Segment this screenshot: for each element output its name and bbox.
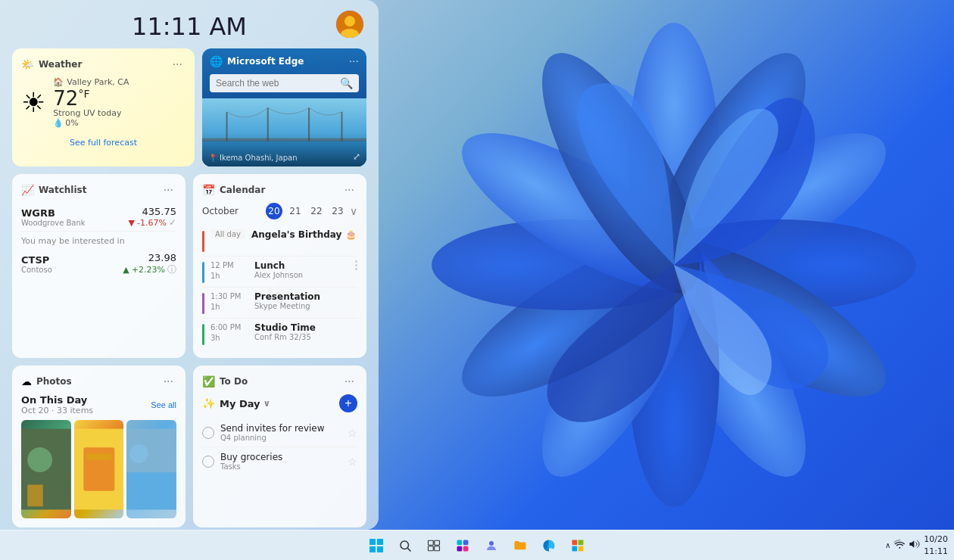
cal-event-title-presentation: Presentation bbox=[254, 291, 357, 302]
svg-rect-45 bbox=[463, 546, 469, 551]
edge-expand-button[interactable]: ⤢ bbox=[353, 151, 360, 162]
system-tray[interactable]: ∧ bbox=[885, 541, 890, 549]
user-avatar[interactable] bbox=[336, 11, 363, 38]
panel-time: 11:11 AM bbox=[132, 12, 247, 41]
weather-temp: 72°F bbox=[53, 89, 89, 108]
edge-title: Microsoft Edge bbox=[227, 56, 304, 67]
calendar-header: 📅 Calendar ··· bbox=[202, 183, 357, 197]
wifi-icon[interactable] bbox=[893, 538, 906, 552]
windows-start-button[interactable] bbox=[364, 534, 388, 558]
cal-day-num-20: 20 bbox=[266, 203, 282, 219]
cal-event-title-studio: Studio Time bbox=[254, 322, 357, 333]
stock-change-wgrb: ▼-1.67% ✓ bbox=[129, 217, 176, 228]
todo-title: To Do bbox=[220, 376, 248, 387]
edge-more-button[interactable]: ··· bbox=[349, 54, 359, 68]
svg-rect-34 bbox=[369, 546, 376, 552]
cal-event-allday[interactable]: All day Angela's Birthday 🎂 bbox=[202, 226, 357, 257]
edge-search-submit[interactable]: 🔍 bbox=[340, 77, 353, 89]
stock-item-wgrb[interactable]: WGRB Woodgrove Bank 435.75 ▼-1.67% ✓ bbox=[21, 203, 176, 232]
weather-more-button[interactable]: ··· bbox=[170, 58, 186, 71]
cal-day-20[interactable]: 20 bbox=[265, 203, 283, 219]
cal-day-21[interactable]: 21 bbox=[286, 203, 304, 219]
weather-sun-icon: ☀️ bbox=[21, 89, 45, 117]
widgets-row-2: 📈 Watchlist ··· WGRB Woodgrove Bank 435.… bbox=[12, 174, 366, 358]
chevron-up-icon[interactable]: ∧ bbox=[885, 541, 890, 549]
photos-header: ☁️ Photos ··· bbox=[21, 375, 176, 388]
taskbar-search-button[interactable] bbox=[393, 534, 417, 558]
todo-checkbox-2[interactable] bbox=[202, 456, 214, 468]
svg-rect-33 bbox=[377, 539, 383, 545]
weather-humidity: 💧 0% bbox=[53, 118, 186, 128]
svg-rect-30 bbox=[126, 472, 176, 509]
todo-item-2-text: Buy groceries Tasks bbox=[220, 452, 282, 471]
todo-star-2[interactable]: ☆ bbox=[348, 456, 357, 468]
photos-day-info: On This Day Oct 20 · 33 items bbox=[21, 394, 93, 415]
todo-checkbox-1[interactable] bbox=[202, 427, 214, 439]
taskbar-store-button[interactable] bbox=[566, 534, 590, 558]
watchlist-more-button[interactable]: ··· bbox=[161, 183, 176, 197]
watchlist-title: Watchlist bbox=[39, 185, 86, 195]
avatar-image bbox=[336, 11, 363, 38]
taskbar-teams-button[interactable] bbox=[479, 534, 504, 558]
taskbar-task-view-button[interactable] bbox=[422, 534, 446, 558]
svg-rect-39 bbox=[435, 540, 440, 545]
svg-point-51 bbox=[899, 547, 901, 549]
calendar-more-button[interactable]: ··· bbox=[341, 183, 357, 197]
photos-more-button[interactable]: ··· bbox=[161, 375, 176, 388]
svg-rect-40 bbox=[429, 546, 434, 550]
edge-search-input[interactable] bbox=[216, 78, 335, 89]
todo-more-button[interactable]: ··· bbox=[341, 375, 357, 388]
stock-price-ctsp: 23.98 bbox=[123, 252, 176, 263]
taskbar-edge-button[interactable] bbox=[537, 534, 561, 558]
taskbar-clock[interactable]: 10/20 11:11 bbox=[924, 534, 948, 557]
stock-company-wgrb: Woodgrove Bank bbox=[21, 219, 86, 227]
todo-item-1-left: Send invites for review Q4 planning bbox=[202, 423, 325, 442]
taskbar-date: 10/20 bbox=[924, 534, 948, 545]
calendar-expand-button[interactable]: ∨ bbox=[350, 205, 357, 217]
see-full-forecast-link[interactable]: See full forecast bbox=[70, 138, 137, 148]
edge-title-row: 🌐 Microsoft Edge bbox=[210, 55, 304, 67]
cal-event-presentation[interactable]: 1:30 PM1h Presentation Skype Meeting bbox=[202, 288, 357, 319]
photo-thumb-1[interactable] bbox=[21, 420, 71, 518]
todo-item-1[interactable]: Send invites for review Q4 planning ☆ bbox=[202, 418, 357, 447]
weather-widget-header: 🌤️ Weather ··· bbox=[21, 58, 186, 71]
interested-label: You may be interested in bbox=[21, 236, 176, 246]
edge-search-bar[interactable]: 🔍 bbox=[210, 74, 359, 92]
panel-header: 11:11 AM bbox=[0, 0, 379, 48]
cal-event-menu-lunch bbox=[355, 260, 357, 270]
volume-icon[interactable] bbox=[909, 538, 921, 552]
cal-day-23[interactable]: 23 bbox=[329, 203, 347, 219]
cal-event-lunch[interactable]: 12 PM1h Lunch Alex Johnson bbox=[202, 257, 357, 288]
todo-item-2[interactable]: Buy groceries Tasks ☆ bbox=[202, 447, 357, 475]
cal-event-studio[interactable]: 6:00 PM3h Studio Time Conf Rm 32/35 bbox=[202, 319, 357, 349]
widget-panel: 11:11 AM 🌤️ Weather ··· bbox=[0, 0, 379, 530]
todo-myday-left: ✨ My Day ∨ bbox=[202, 397, 270, 409]
taskbar-file-explorer-button[interactable] bbox=[508, 534, 532, 558]
cal-event-title-lunch: Lunch bbox=[254, 260, 357, 271]
todo-add-button[interactable]: + bbox=[339, 394, 357, 412]
todo-star-1[interactable]: ☆ bbox=[348, 427, 357, 439]
weather-content: ☀️ 🏠 Valley Park, CA 72°F Strong UV toda… bbox=[21, 77, 186, 128]
svg-marker-52 bbox=[910, 540, 915, 547]
edge-icon: 🌐 bbox=[210, 55, 223, 67]
photo-thumb-2[interactable] bbox=[74, 420, 124, 518]
svg-rect-49 bbox=[572, 546, 578, 551]
calendar-date-header: October 20 21 22 23 bbox=[202, 203, 357, 219]
svg-point-13 bbox=[344, 16, 355, 26]
weather-widget: 🌤️ Weather ··· ☀️ 🏠 Valley Park, CA bbox=[12, 48, 195, 166]
watchlist-title-row: 📈 Watchlist bbox=[21, 184, 86, 196]
stock-item-ctsp[interactable]: CTSP Contoso 23.98 ▲+2.23% ⓘ bbox=[21, 249, 176, 279]
photos-title-row: ☁️ Photos bbox=[21, 375, 72, 387]
svg-rect-48 bbox=[578, 540, 584, 545]
todo-item-1-title: Send invites for review bbox=[220, 423, 325, 434]
todo-item-2-sub: Tasks bbox=[220, 462, 282, 471]
cal-event-bar-lunch bbox=[202, 262, 204, 283]
taskbar: ∧ 10/20 11:11 bbox=[0, 530, 954, 560]
photos-see-all-button[interactable]: See all bbox=[151, 400, 176, 409]
cal-day-22[interactable]: 22 bbox=[307, 203, 326, 219]
todo-item-2-title: Buy groceries bbox=[220, 452, 282, 462]
photos-widget: ☁️ Photos ··· On This Day Oct 20 · 33 it… bbox=[12, 366, 186, 527]
weather-title-row: 🌤️ Weather bbox=[21, 58, 82, 70]
photo-thumb-3[interactable] bbox=[126, 420, 176, 518]
taskbar-widgets-button[interactable] bbox=[450, 534, 475, 558]
